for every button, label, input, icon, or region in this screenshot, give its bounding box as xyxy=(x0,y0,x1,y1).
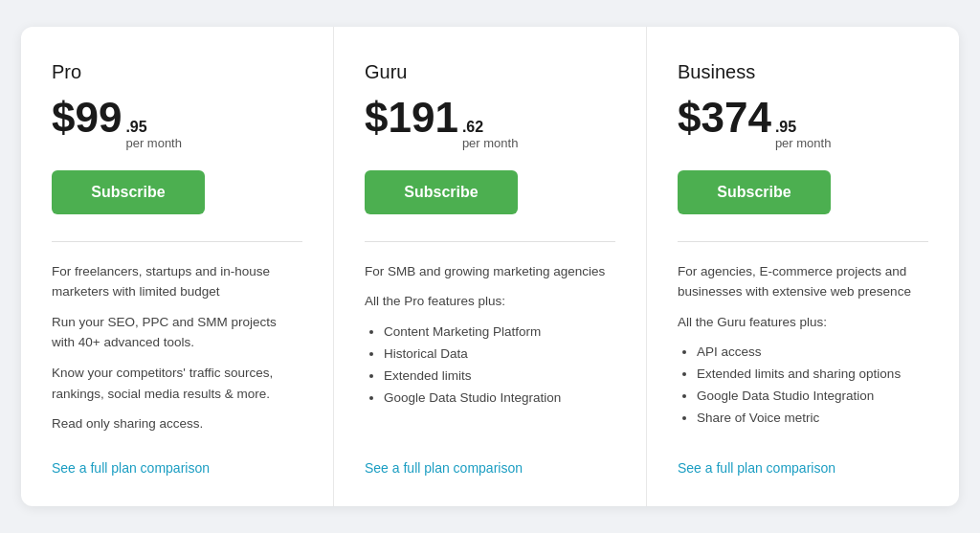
plan-name-business: Business xyxy=(678,61,928,83)
plan-name-guru: Guru xyxy=(365,61,615,83)
price-main-guru: $191 xyxy=(365,97,458,139)
price-main-business: $374 xyxy=(678,97,771,139)
subscribe-button-pro[interactable]: Subscribe xyxy=(52,170,205,214)
price-period-guru: per month xyxy=(462,136,519,151)
description-business-1: All the Guru features plus: xyxy=(678,312,928,333)
comparison-link-business[interactable]: See a full plan comparison xyxy=(678,445,928,476)
price-cents-wrapper-business: .95per month xyxy=(775,118,832,151)
description-pro-2: Know your competitors' traffic sources, … xyxy=(52,363,302,404)
feature-item-business-0: API access xyxy=(697,342,928,364)
pricing-container: Pro$99.95per monthSubscribeFor freelance… xyxy=(21,27,959,506)
price-period-pro: per month xyxy=(125,136,182,151)
description-guru-0: For SMB and growing marketing agencies xyxy=(365,261,615,282)
comparison-link-pro[interactable]: See a full plan comparison xyxy=(52,445,302,476)
feature-item-guru-0: Content Marketing Platform xyxy=(384,322,615,344)
feature-item-guru-3: Google Data Studio Integration xyxy=(384,388,615,410)
plan-column-guru: Guru$191.62per monthSubscribeFor SMB and… xyxy=(334,27,647,506)
description-pro-1: Run your SEO, PPC and SMM projects with … xyxy=(52,312,302,353)
features-list-business: API accessExtended limits and sharing op… xyxy=(678,342,928,430)
feature-item-business-3: Share of Voice metric xyxy=(697,408,928,430)
plan-column-pro: Pro$99.95per monthSubscribeFor freelance… xyxy=(21,27,334,506)
price-cents-guru: .62 xyxy=(462,118,519,136)
feature-item-guru-1: Historical Data xyxy=(384,344,615,366)
price-period-business: per month xyxy=(775,136,832,151)
price-row-pro: $99.95per month xyxy=(52,97,302,151)
description-pro-3: Read only sharing access. xyxy=(52,413,302,434)
description-guru-1: All the Pro features plus: xyxy=(365,291,615,312)
plan-name-pro: Pro xyxy=(52,61,302,83)
feature-item-guru-2: Extended limits xyxy=(384,366,615,388)
comparison-link-guru[interactable]: See a full plan comparison xyxy=(365,445,615,476)
description-business-0: For agencies, E-commerce projects and bu… xyxy=(678,261,928,302)
price-main-pro: $99 xyxy=(52,97,122,139)
price-cents-wrapper-pro: .95per month xyxy=(125,118,182,151)
feature-item-business-1: Extended limits and sharing options xyxy=(697,364,928,386)
divider-pro xyxy=(52,241,302,242)
price-cents-wrapper-guru: .62per month xyxy=(462,118,519,151)
price-row-guru: $191.62per month xyxy=(365,97,615,151)
divider-business xyxy=(678,241,928,242)
features-list-guru: Content Marketing PlatformHistorical Dat… xyxy=(365,322,615,410)
subscribe-button-guru[interactable]: Subscribe xyxy=(365,170,518,214)
price-cents-pro: .95 xyxy=(125,118,182,136)
divider-guru xyxy=(365,241,615,242)
subscribe-button-business[interactable]: Subscribe xyxy=(678,170,831,214)
feature-item-business-2: Google Data Studio Integration xyxy=(697,386,928,408)
price-cents-business: .95 xyxy=(775,118,832,136)
description-pro-0: For freelancers, startups and in-house m… xyxy=(52,261,302,302)
plan-column-business: Business$374.95per monthSubscribeFor age… xyxy=(647,27,959,506)
price-row-business: $374.95per month xyxy=(678,97,928,151)
